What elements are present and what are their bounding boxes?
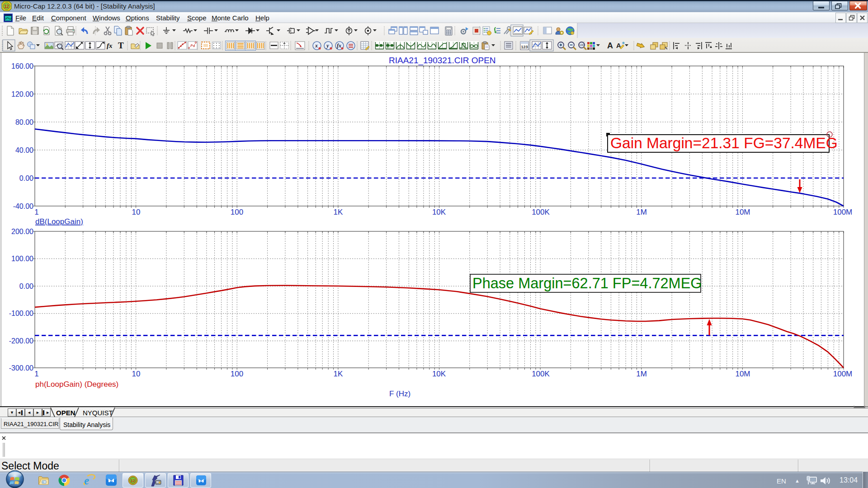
svg-text:-300.00: -300.00 — [9, 364, 33, 372]
svg-text:1M: 1M — [636, 208, 647, 216]
svg-text:100K: 100K — [532, 208, 550, 216]
svg-text:y: y — [326, 42, 329, 49]
svg-text:12: 12 — [4, 4, 9, 9]
svg-text:dB(LoopGain): dB(LoopGain) — [35, 217, 83, 226]
svg-text:1M: 1M — [636, 370, 647, 378]
svg-text:10M: 10M — [735, 370, 750, 378]
svg-text:10: 10 — [132, 208, 141, 216]
svg-text:120.00: 120.00 — [11, 90, 33, 98]
svg-text:A: A — [607, 41, 613, 50]
svg-text:1: 1 — [34, 208, 38, 216]
svg-text:F (Hz): F (Hz) — [389, 389, 410, 398]
svg-text:100K: 100K — [532, 370, 550, 378]
svg-text:x: x — [315, 42, 318, 49]
svg-text:100M: 100M — [833, 208, 853, 216]
svg-text:12: 12 — [131, 478, 136, 483]
svg-text:RIAA21_190321.CIR OPEN: RIAA21_190321.CIR OPEN — [389, 56, 496, 66]
svg-text:10K: 10K — [432, 370, 446, 378]
svg-text:0.00: 0.00 — [19, 282, 33, 290]
svg-text:1K: 1K — [334, 370, 343, 378]
svg-text:0.00: 0.00 — [19, 174, 33, 182]
svg-text:200.00: 200.00 — [11, 228, 33, 235]
svg-text:100.00: 100.00 — [11, 255, 33, 263]
svg-text:80.00: 80.00 — [15, 118, 33, 126]
svg-text:1: 1 — [34, 370, 38, 378]
svg-text:fx: fx — [107, 42, 113, 49]
svg-text:10K: 10K — [432, 208, 446, 216]
svg-text:-200.00: -200.00 — [9, 337, 33, 345]
svg-text:1K: 1K — [334, 208, 343, 216]
svg-text:10M: 10M — [735, 208, 750, 216]
svg-text:Phase Margin=62.71 FP=4.72MEG: Phase Margin=62.71 FP=4.72MEG — [472, 275, 702, 291]
svg-text:ph(LoopGain) (Degrees): ph(LoopGain) (Degrees) — [35, 380, 118, 389]
svg-text:-40.00: -40.00 — [13, 202, 33, 210]
svg-text:100: 100 — [231, 370, 243, 378]
svg-text:100: 100 — [579, 43, 584, 47]
svg-text:10: 10 — [132, 370, 141, 378]
svg-text:160.00: 160.00 — [11, 62, 33, 70]
svg-text:123: 123 — [521, 45, 528, 49]
svg-text:fx: fx — [337, 42, 341, 49]
svg-text:100M: 100M — [833, 370, 853, 378]
svg-text:100: 100 — [231, 208, 243, 216]
svg-text:40.00: 40.00 — [15, 146, 33, 154]
svg-text:T: T — [118, 41, 124, 50]
svg-text:-100.00: -100.00 — [9, 310, 33, 317]
svg-text:Gain Margin=21.31 FG=37.4MEG: Gain Margin=21.31 FG=37.4MEG — [610, 135, 838, 151]
